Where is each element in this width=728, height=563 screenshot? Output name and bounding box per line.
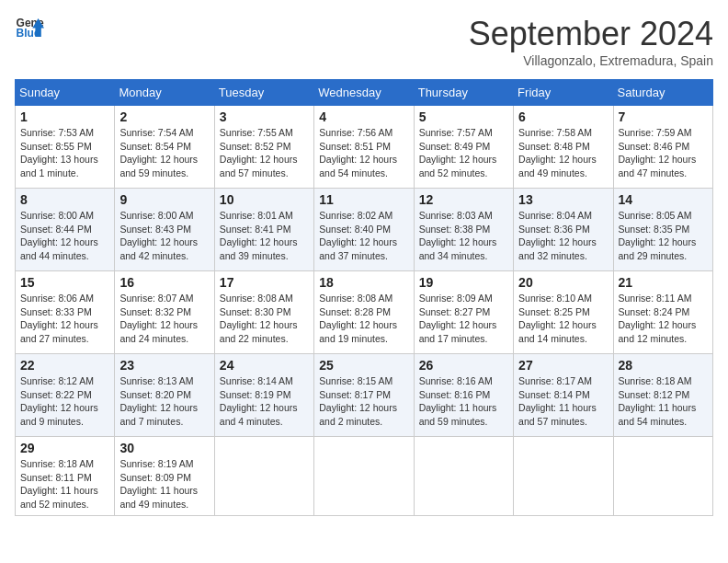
header-cell-tuesday: Tuesday [214, 80, 313, 106]
day-cell: 15 Sunrise: 8:06 AMSunset: 8:33 PMDaylig… [16, 271, 115, 354]
logo: General Blue [15, 15, 44, 40]
week-row-2: 8 Sunrise: 8:00 AMSunset: 8:44 PMDayligh… [16, 189, 713, 271]
day-info: Sunrise: 8:03 AMSunset: 8:38 PMDaylight:… [419, 209, 508, 263]
day-cell: 17 Sunrise: 8:08 AMSunset: 8:30 PMDaylig… [214, 271, 313, 354]
week-row-4: 22 Sunrise: 8:12 AMSunset: 8:22 PMDaylig… [16, 354, 713, 437]
day-cell: 12 Sunrise: 8:03 AMSunset: 8:38 PMDaylig… [414, 189, 513, 271]
day-info: Sunrise: 7:59 AMSunset: 8:46 PMDaylight:… [619, 126, 708, 180]
day-number: 6 [518, 109, 608, 124]
day-cell: 10 Sunrise: 8:01 AMSunset: 8:41 PMDaylig… [214, 189, 313, 271]
day-cell: 18 Sunrise: 8:08 AMSunset: 8:28 PMDaylig… [314, 271, 414, 354]
day-number: 9 [119, 192, 209, 207]
day-cell: 29 Sunrise: 8:18 AMSunset: 8:11 PMDaylig… [16, 437, 115, 516]
day-cell: 6 Sunrise: 7:58 AMSunset: 8:48 PMDayligh… [514, 106, 613, 189]
day-cell: 28 Sunrise: 8:18 AMSunset: 8:12 PMDaylig… [613, 354, 712, 437]
day-cell: 3 Sunrise: 7:55 AMSunset: 8:52 PMDayligh… [214, 106, 313, 189]
day-info: Sunrise: 8:13 AMSunset: 8:20 PMDaylight:… [119, 374, 209, 429]
header-row: SundayMondayTuesdayWednesdayThursdayFrid… [16, 80, 713, 106]
day-info: Sunrise: 8:16 AMSunset: 8:16 PMDaylight:… [419, 374, 508, 429]
day-number: 23 [119, 358, 209, 373]
day-cell: 23 Sunrise: 8:13 AMSunset: 8:20 PMDaylig… [115, 354, 214, 437]
header-cell-monday: Monday [115, 80, 214, 106]
page-header: General Blue September 2024 Villagonzalo… [15, 15, 713, 68]
day-info: Sunrise: 8:19 AMSunset: 8:09 PMDaylight:… [119, 457, 209, 511]
day-cell: 20 Sunrise: 8:10 AMSunset: 8:25 PMDaylig… [514, 271, 613, 354]
day-info: Sunrise: 8:11 AMSunset: 8:24 PMDaylight:… [619, 292, 708, 346]
day-info: Sunrise: 8:06 AMSunset: 8:33 PMDaylight:… [20, 292, 109, 346]
day-number: 1 [20, 109, 109, 124]
day-number: 26 [419, 358, 508, 373]
month-title: September 2024 [469, 15, 713, 53]
day-cell: 7 Sunrise: 7:59 AMSunset: 8:46 PMDayligh… [613, 106, 712, 189]
day-number: 3 [220, 109, 309, 124]
day-cell: 1 Sunrise: 7:53 AMSunset: 8:55 PMDayligh… [16, 106, 115, 189]
day-number: 5 [419, 109, 508, 124]
week-row-3: 15 Sunrise: 8:06 AMSunset: 8:33 PMDaylig… [16, 271, 713, 354]
day-number: 27 [518, 358, 608, 373]
day-cell: 9 Sunrise: 8:00 AMSunset: 8:43 PMDayligh… [115, 189, 214, 271]
day-cell: 11 Sunrise: 8:02 AMSunset: 8:40 PMDaylig… [314, 189, 414, 271]
day-info: Sunrise: 8:12 AMSunset: 8:22 PMDaylight:… [20, 374, 109, 429]
day-cell: 16 Sunrise: 8:07 AMSunset: 8:32 PMDaylig… [115, 271, 214, 354]
day-cell [613, 437, 712, 516]
header-cell-saturday: Saturday [613, 80, 712, 106]
day-cell: 27 Sunrise: 8:17 AMSunset: 8:14 PMDaylig… [514, 354, 613, 437]
day-cell: 13 Sunrise: 8:04 AMSunset: 8:36 PMDaylig… [514, 189, 613, 271]
day-number: 30 [119, 441, 209, 455]
day-info: Sunrise: 8:02 AMSunset: 8:40 PMDaylight:… [319, 209, 408, 263]
day-number: 20 [518, 275, 608, 290]
day-cell: 4 Sunrise: 7:56 AMSunset: 8:51 PMDayligh… [314, 106, 414, 189]
day-info: Sunrise: 8:15 AMSunset: 8:17 PMDaylight:… [319, 374, 408, 429]
day-cell: 8 Sunrise: 8:00 AMSunset: 8:44 PMDayligh… [16, 189, 115, 271]
location-title: Villagonzalo, Extremadura, Spain [469, 53, 713, 68]
day-cell [214, 437, 313, 516]
day-cell: 21 Sunrise: 8:11 AMSunset: 8:24 PMDaylig… [613, 271, 712, 354]
day-info: Sunrise: 8:14 AMSunset: 8:19 PMDaylight:… [220, 374, 309, 429]
day-info: Sunrise: 8:18 AMSunset: 8:11 PMDaylight:… [20, 457, 109, 511]
day-info: Sunrise: 8:00 AMSunset: 8:44 PMDaylight:… [20, 209, 109, 263]
day-cell [514, 437, 613, 516]
title-area: September 2024 Villagonzalo, Extremadura… [469, 15, 713, 68]
day-number: 28 [619, 358, 708, 373]
day-number: 10 [220, 192, 309, 207]
day-info: Sunrise: 8:08 AMSunset: 8:28 PMDaylight:… [319, 292, 408, 346]
day-number: 22 [20, 358, 109, 373]
day-cell: 30 Sunrise: 8:19 AMSunset: 8:09 PMDaylig… [115, 437, 214, 516]
day-info: Sunrise: 8:05 AMSunset: 8:35 PMDaylight:… [619, 209, 708, 263]
header-cell-wednesday: Wednesday [314, 80, 414, 106]
logo-icon: General Blue [15, 15, 44, 40]
day-cell: 14 Sunrise: 8:05 AMSunset: 8:35 PMDaylig… [613, 189, 712, 271]
day-number: 8 [20, 192, 109, 207]
day-info: Sunrise: 7:53 AMSunset: 8:55 PMDaylight:… [20, 126, 109, 180]
day-info: Sunrise: 8:04 AMSunset: 8:36 PMDaylight:… [518, 209, 608, 263]
day-number: 24 [220, 358, 309, 373]
day-cell: 22 Sunrise: 8:12 AMSunset: 8:22 PMDaylig… [16, 354, 115, 437]
day-cell: 5 Sunrise: 7:57 AMSunset: 8:49 PMDayligh… [414, 106, 513, 189]
day-info: Sunrise: 8:10 AMSunset: 8:25 PMDaylight:… [518, 292, 608, 346]
day-info: Sunrise: 8:18 AMSunset: 8:12 PMDaylight:… [619, 374, 708, 429]
day-info: Sunrise: 7:54 AMSunset: 8:54 PMDaylight:… [119, 126, 209, 180]
week-row-5: 29 Sunrise: 8:18 AMSunset: 8:11 PMDaylig… [16, 437, 713, 516]
day-cell [314, 437, 414, 516]
day-info: Sunrise: 8:17 AMSunset: 8:14 PMDaylight:… [518, 374, 608, 429]
day-info: Sunrise: 8:00 AMSunset: 8:43 PMDaylight:… [119, 209, 209, 263]
day-info: Sunrise: 7:55 AMSunset: 8:52 PMDaylight:… [220, 126, 309, 180]
day-cell: 19 Sunrise: 8:09 AMSunset: 8:27 PMDaylig… [414, 271, 513, 354]
day-number: 17 [220, 275, 309, 290]
calendar-table: SundayMondayTuesdayWednesdayThursdayFrid… [15, 79, 713, 516]
day-info: Sunrise: 8:07 AMSunset: 8:32 PMDaylight:… [119, 292, 209, 346]
day-number: 11 [319, 192, 408, 207]
header-cell-friday: Friday [514, 80, 613, 106]
day-number: 4 [319, 109, 408, 124]
day-info: Sunrise: 7:56 AMSunset: 8:51 PMDaylight:… [319, 126, 408, 180]
day-number: 13 [518, 192, 608, 207]
day-cell: 26 Sunrise: 8:16 AMSunset: 8:16 PMDaylig… [414, 354, 513, 437]
day-number: 12 [419, 192, 508, 207]
day-info: Sunrise: 8:09 AMSunset: 8:27 PMDaylight:… [419, 292, 508, 346]
day-number: 21 [619, 275, 708, 290]
day-number: 29 [20, 441, 109, 455]
day-number: 7 [619, 109, 708, 124]
day-cell: 24 Sunrise: 8:14 AMSunset: 8:19 PMDaylig… [214, 354, 313, 437]
day-info: Sunrise: 7:58 AMSunset: 8:48 PMDaylight:… [518, 126, 608, 180]
day-number: 2 [119, 109, 209, 124]
